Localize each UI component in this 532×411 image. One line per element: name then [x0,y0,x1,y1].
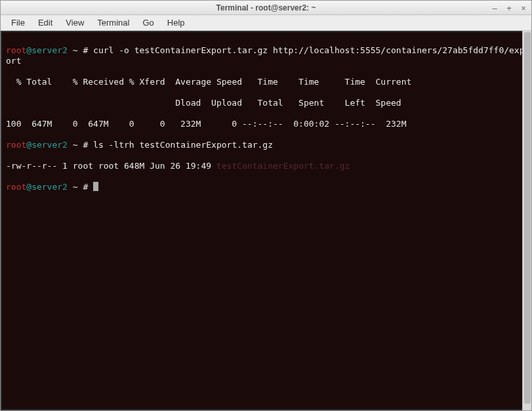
curl-header1: % Total % Received % Xferd Average Speed… [6,77,526,87]
curl-header2: Dload Upload Total Spent Left Speed [6,98,526,108]
prompt-host: server2 [31,182,68,192]
line-cmd2: root@server2 ~ # ls -ltrh testContainerE… [6,140,526,150]
terminal-container: root@server2 ~ # curl -o testContainerEx… [1,31,531,410]
prompt-at: @ [26,45,31,55]
command-ls: ls -ltrh testContainerExport.tar.gz [93,140,273,150]
prompt-host: server2 [31,140,68,150]
titlebar: Terminal - root@server2: ~ – + × [1,1,531,15]
scrollbar-thumb[interactable] [524,32,531,404]
prompt-path: ~ # [68,140,93,150]
prompt-at: @ [26,182,31,192]
prompt-host: server2 [31,45,68,55]
prompt-path: ~ # [68,182,93,192]
window-controls: – + × [489,1,529,15]
ls-perms: -rw-r--r-- 1 root root 648M Jun 26 19:49 [6,161,216,171]
menubar: File Edit View Terminal Go Help [1,15,531,31]
ls-output: -rw-r--r-- 1 root root 648M Jun 26 19:49… [6,161,526,171]
terminal-window: Terminal - root@server2: ~ – + × File Ed… [0,0,532,411]
terminal-output[interactable]: root@server2 ~ # curl -o testContainerEx… [2,32,530,409]
scrollbar[interactable] [522,31,531,410]
prompt-path: ~ # [68,45,93,55]
menu-edit[interactable]: Edit [31,16,59,29]
prompt-user: root [6,182,26,192]
menu-go[interactable]: Go [136,16,160,29]
menu-help[interactable]: Help [161,16,192,29]
window-title: Terminal - root@server2: ~ [216,3,316,12]
line-prompt-current: root@server2 ~ # [6,182,526,192]
menu-terminal[interactable]: Terminal [91,16,136,29]
prompt-at: @ [26,140,31,150]
maximize-button[interactable]: + [504,3,514,13]
ls-filename: testContainerExport.tar.gz [216,161,350,171]
prompt-user: root [6,45,26,55]
prompt-user: root [6,140,26,150]
minimize-button[interactable]: – [489,3,500,13]
line-cmd1: root@server2 ~ # curl -o testContainerEx… [6,45,526,66]
menu-view[interactable]: View [59,16,91,29]
curl-progress: 100 647M 0 647M 0 0 232M 0 --:--:-- 0:00… [6,119,526,129]
cursor [93,182,98,191]
close-button[interactable]: × [518,3,529,13]
menu-file[interactable]: File [5,16,31,29]
